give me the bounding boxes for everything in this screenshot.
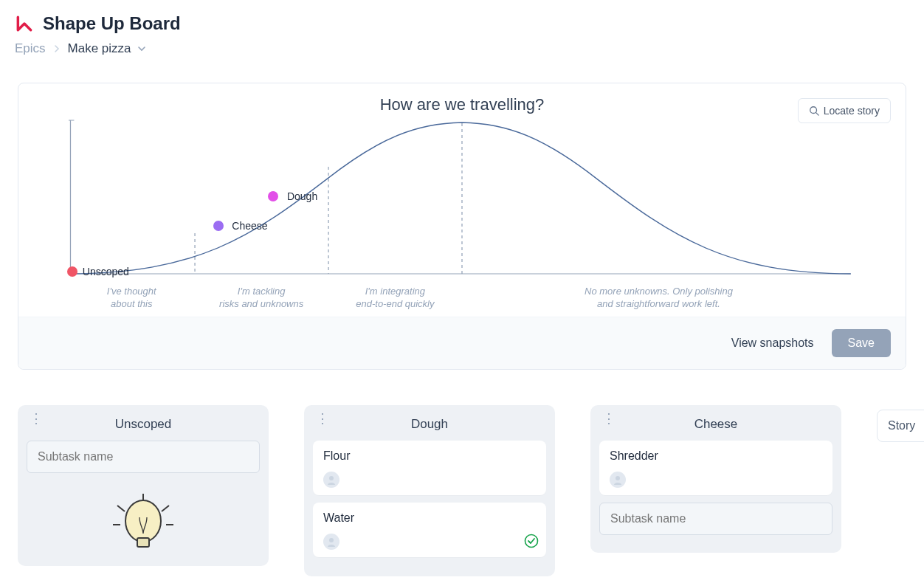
phase-label: I'm integratingend-to-end quickly [328, 285, 462, 311]
column-menu-icon[interactable]: ⋮ [316, 417, 329, 420]
svg-point-8 [125, 500, 161, 542]
hill-dot-label: Dough [287, 190, 317, 202]
hill-chart-card: How are we travelling? Locate story [18, 83, 906, 370]
column-title: Dough [313, 417, 546, 432]
column-unscoped: ⋮ Unscoped [18, 405, 269, 566]
breadcrumb-current-label: Make pizza [68, 41, 131, 56]
story-card-title: Shredder [610, 449, 822, 463]
story-card[interactable]: Shredder [599, 441, 832, 495]
chevron-down-icon [137, 44, 146, 53]
avatar-icon [610, 472, 626, 488]
svg-line-11 [162, 506, 169, 511]
check-circle-icon [524, 534, 539, 548]
hill-chart[interactable]: Unscoped Cheese Dough I've thoughtabout … [69, 119, 855, 311]
column-menu-icon[interactable]: ⋮ [602, 417, 616, 420]
column-cheese: ⋮ Cheese Shredder [590, 405, 841, 553]
page-title: Shape Up Board [43, 13, 181, 34]
phase-label: I'm tacklingrisks and unknowns [195, 285, 328, 311]
hill-dot-cheese[interactable] [213, 221, 224, 231]
hill-dot-label: Unscoped [83, 266, 129, 277]
avatar-icon [323, 534, 339, 550]
story-card-title: Water [323, 511, 536, 525]
hill-dot-dough[interactable] [268, 191, 278, 201]
breadcrumb-root[interactable]: Epics [15, 41, 46, 56]
avatar-icon [323, 472, 339, 488]
empty-state-lightbulb-icon [27, 488, 260, 554]
breadcrumb: Epics Make pizza [15, 41, 909, 56]
page-header: Shape Up Board Epics Make pizza [0, 0, 924, 62]
hill-curve-svg [69, 119, 855, 281]
svg-rect-9 [137, 538, 149, 547]
story-pill-button[interactable]: Story [877, 410, 924, 442]
locate-story-label: Locate story [824, 105, 880, 117]
svg-point-16 [329, 538, 334, 542]
subtask-name-input[interactable] [599, 503, 832, 535]
phase-label: I've thoughtabout this [69, 285, 195, 311]
subtask-name-input[interactable] [27, 441, 260, 473]
board-columns: ⋮ Unscoped ⋮ Dough Flour [0, 370, 924, 576]
svg-point-15 [329, 476, 334, 480]
save-button[interactable]: Save [832, 329, 891, 357]
column-header: ⋮ Unscoped [27, 414, 260, 441]
hill-dot-label: Cheese [232, 220, 267, 232]
story-card-title: Flour [323, 449, 536, 463]
hill-dot-unscoped[interactable] [67, 266, 77, 277]
svg-line-10 [117, 506, 125, 511]
column-dough: ⋮ Dough Flour Water [304, 405, 555, 576]
hill-chart-footer: View snapshots Save [18, 317, 906, 369]
column-menu-icon[interactable]: ⋮ [30, 417, 43, 420]
hill-chart-title: How are we travelling? [39, 95, 885, 114]
svg-point-18 [616, 476, 620, 480]
hill-chart-area: How are we travelling? Locate story [18, 83, 906, 317]
svg-line-1 [816, 113, 818, 116]
column-header: ⋮ Dough [313, 414, 546, 441]
column-title: Unscoped [27, 417, 260, 432]
breadcrumb-current[interactable]: Make pizza [68, 41, 146, 56]
column-title: Cheese [599, 417, 832, 432]
story-pill-label: Story [888, 419, 915, 432]
story-card[interactable]: Water [313, 503, 546, 557]
svg-point-17 [525, 535, 538, 548]
view-snapshots-link[interactable]: View snapshots [731, 337, 814, 350]
app-logo-icon [15, 14, 34, 33]
story-card[interactable]: Flour [313, 441, 546, 495]
chevron-right-icon [53, 41, 61, 56]
phase-label: No more unknowns. Only polishingand stra… [462, 285, 855, 311]
column-header: ⋮ Cheese [599, 414, 832, 441]
search-icon [809, 106, 819, 116]
title-row: Shape Up Board [15, 13, 909, 34]
phase-labels: I've thoughtabout this I'm tacklingrisks… [69, 285, 855, 311]
